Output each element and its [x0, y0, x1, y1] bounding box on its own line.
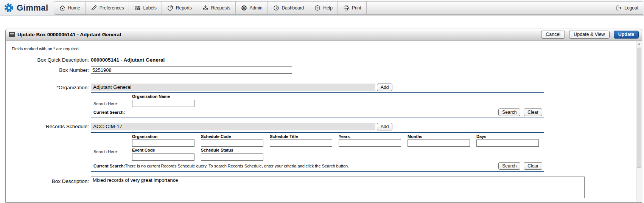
rs-organization-input[interactable] — [132, 139, 194, 147]
records-schedule-value-bar: ACC-CIM-17 — [91, 123, 375, 130]
organization-search-button[interactable]: Search — [498, 108, 520, 116]
logout-button[interactable]: Logout — [610, 2, 643, 14]
toolbar-requests-label: Requests — [211, 5, 230, 11]
rs-months-field: Months — [408, 134, 476, 147]
organization-value-bar: Adjutant General — [91, 84, 375, 91]
toolbar-labels-button[interactable]: Labels — [129, 2, 161, 14]
rs-schedule-code-header: Schedule Code — [201, 134, 270, 139]
box-number-input[interactable] — [91, 66, 292, 74]
toolbar-filler — [366, 2, 610, 14]
box-description-row: Box Description: Mixed records of very g… — [6, 177, 642, 198]
printer-icon — [343, 5, 350, 11]
organization-add-button[interactable]: Add — [377, 84, 392, 91]
organization-search-fields: Organization Name — [132, 93, 544, 107]
rs-event-code-field: Event Code — [132, 148, 201, 161]
box-icon — [9, 32, 15, 37]
inbox-arrow-icon — [202, 5, 209, 11]
records-schedule-current-search-label: Current Search: — [93, 164, 125, 168]
rs-schedule-code-field: Schedule Code — [201, 134, 270, 147]
rs-years-field: Years — [339, 134, 408, 147]
records-schedule-current-search-row: Current Search: There is no current Reco… — [91, 162, 544, 170]
records-schedule-search-fields: Organization Schedule Code Schedule Titl… — [132, 133, 544, 161]
rs-organization-header: Organization — [132, 134, 201, 139]
scroll-up-arrow[interactable]: ▲ — [636, 41, 642, 46]
required-fields-note: Fields marked with an * are required. — [12, 46, 642, 51]
rs-months-input[interactable] — [408, 139, 470, 147]
box-quick-description-label: Box Quick Description: — [6, 57, 91, 63]
organization-search-panel: Search Here: Organization Name Current S… — [91, 92, 544, 118]
toolbar-help-label: Help — [323, 5, 333, 11]
rs-event-code-input[interactable] — [132, 153, 194, 161]
scrollbar-thumb[interactable] — [637, 48, 641, 168]
logout-icon — [615, 5, 622, 11]
barcode-icon — [134, 5, 141, 11]
organization-row: *Organization: Adjutant General Add — [6, 84, 642, 91]
records-schedule-field-grid: Organization Schedule Code Schedule Titl… — [132, 134, 544, 161]
toolbar-requests-button[interactable]: Requests — [197, 2, 235, 14]
organization-clear-button[interactable]: Clear — [524, 108, 542, 116]
top-toolbar: Gimmal Home Preferences Labels Reports — [0, 0, 644, 16]
pencil-icon — [90, 5, 97, 11]
rs-days-input[interactable] — [476, 139, 539, 147]
toolbar-help-button[interactable]: ? Help — [309, 2, 338, 14]
rs-event-code-header: Event Code — [132, 148, 201, 153]
toolbar-preferences-label: Preferences — [100, 5, 124, 11]
organization-name-input[interactable] — [132, 100, 194, 107]
box-description-textarea[interactable]: Mixed records of very great importance — [91, 177, 585, 198]
window-header: Update Box 0000005141 - Adjutant General… — [6, 29, 642, 40]
rs-schedule-status-input[interactable] — [201, 153, 263, 161]
question-circle-icon: ? — [314, 5, 321, 11]
organization-name-header: Organization Name — [132, 94, 201, 99]
organization-label: *Organization: — [6, 85, 91, 90]
rs-years-input[interactable] — [339, 139, 401, 147]
records-schedule-row: Records Schedule: ACC-CIM-17 Add — [6, 123, 642, 130]
box-quick-description-row: Box Quick Description: 0000005141 - Adju… — [6, 57, 642, 63]
toolbar-labels-label: Labels — [143, 5, 156, 11]
toolbar-home-button[interactable]: Home — [54, 2, 85, 14]
records-schedule-search-panel: Search Here: Organization Schedule Code … — [91, 132, 544, 172]
box-number-label: Box Number: — [6, 67, 91, 73]
records-schedule-clear-button[interactable]: Clear — [524, 162, 542, 170]
rs-schedule-code-input[interactable] — [201, 139, 263, 147]
records-schedule-label: Records Schedule: — [6, 124, 91, 129]
update-box-window: Update Box 0000005141 - Adjutant General… — [5, 29, 642, 203]
rs-months-header: Months — [408, 134, 476, 139]
pie-chart-icon — [167, 5, 174, 11]
rs-schedule-title-input[interactable] — [270, 139, 332, 147]
toolbar-preferences-button[interactable]: Preferences — [85, 2, 129, 14]
toolbar-dashboard-button[interactable]: Dashboard — [268, 2, 309, 14]
toolbar-admin-button[interactable]: Admin — [235, 2, 268, 14]
records-schedule-search-button[interactable]: Search — [498, 162, 520, 170]
vertical-scrollbar[interactable]: ▲ — [636, 41, 642, 202]
toolbar-reports-button[interactable]: Reports — [162, 2, 197, 14]
update-and-view-button[interactable]: Update & View — [569, 31, 609, 39]
toolbar-button-group: Home Preferences Labels Reports Requests — [54, 1, 643, 15]
records-schedule-add-button[interactable]: Add — [377, 123, 392, 130]
box-number-row: Box Number: — [6, 66, 642, 74]
toolbar-admin-label: Admin — [250, 5, 263, 11]
records-schedule-current-search-text: There is no current Records Schedule que… — [125, 164, 349, 168]
rs-days-field: Days — [476, 134, 545, 147]
header-buttons: Cancel Update & View Update — [541, 31, 639, 39]
gauge-icon — [273, 5, 280, 11]
home-icon — [59, 5, 66, 11]
records-schedule-search-here-label: Search Here: — [93, 149, 118, 154]
gear-icon — [241, 5, 247, 11]
page-title: Update Box 0000005141 - Adjutant General — [17, 32, 121, 37]
rs-years-header: Years — [339, 134, 408, 139]
organization-current-search-row: Current Search: Search Clear — [91, 108, 544, 116]
rs-organization-field: Organization — [132, 134, 201, 147]
svg-text:?: ? — [317, 6, 319, 10]
toolbar-dashboard-label: Dashboard — [282, 5, 304, 11]
organization-name-field: Organization Name — [132, 94, 201, 107]
form-body: Fields marked with an * are required. Bo… — [6, 40, 642, 202]
update-button[interactable]: Update — [614, 31, 639, 39]
rs-schedule-status-field: Schedule Status — [201, 148, 270, 161]
organization-search-here-label: Search Here: — [93, 101, 118, 106]
toolbar-print-button[interactable]: Print — [338, 2, 366, 14]
organization-current-search-label: Current Search: — [93, 110, 125, 115]
box-description-label: Box Description: — [6, 177, 91, 184]
toolbar-home-label: Home — [68, 5, 80, 11]
logout-label: Logout — [624, 5, 638, 11]
cancel-button[interactable]: Cancel — [541, 31, 565, 39]
